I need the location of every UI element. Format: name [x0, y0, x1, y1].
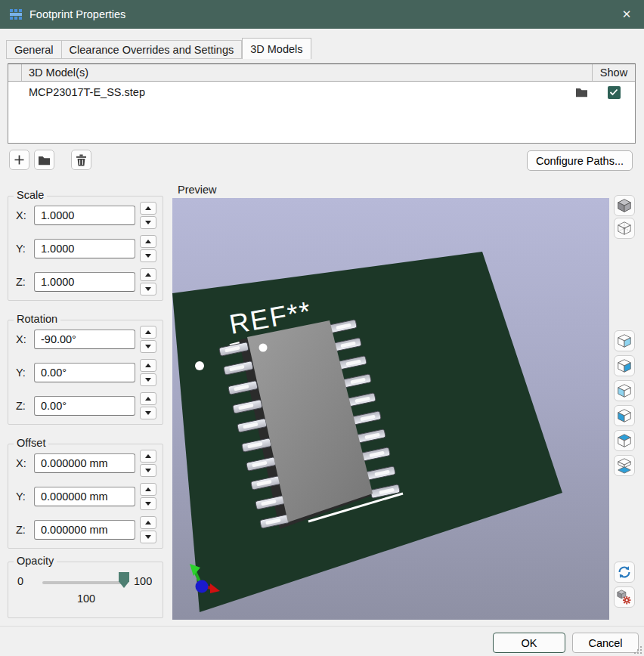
scale-x-input[interactable]: [34, 206, 135, 225]
spin-down-button[interactable]: [140, 464, 156, 477]
rotation-group: Rotation X: Y: Z:: [8, 320, 163, 425]
spin-down-button[interactable]: [140, 531, 156, 543]
tab-3d-models[interactable]: 3D Models: [242, 38, 311, 59]
scale-y-spinner: [140, 235, 156, 262]
view-left-icon: [616, 407, 633, 424]
spin-down-button[interactable]: [140, 373, 156, 386]
resize-grip[interactable]: [633, 645, 642, 654]
window-title: Footprint Properties: [29, 8, 125, 20]
scale-z-label: Z:: [16, 276, 26, 288]
offset-z-label: Z:: [16, 524, 26, 536]
offset-legend: Offset: [14, 437, 48, 449]
add-model-from-file-button[interactable]: [34, 150, 54, 170]
rotation-z-input[interactable]: [34, 396, 135, 416]
spin-down-button[interactable]: [140, 283, 156, 296]
spin-up-button[interactable]: [140, 202, 156, 215]
scale-y-input[interactable]: [34, 239, 135, 258]
render-settings-icon: [616, 589, 633, 605]
spin-up-button[interactable]: [140, 483, 156, 496]
show-model-solid-button[interactable]: [614, 195, 635, 216]
view-front-icon: [616, 457, 633, 474]
show-bounding-box-button[interactable]: [614, 218, 635, 239]
rotation-y-label: Y:: [16, 367, 26, 379]
show-checkbox[interactable]: [608, 86, 621, 99]
spin-down-button[interactable]: [140, 216, 156, 229]
offset-group: Offset X: Y: Z:: [8, 444, 163, 549]
3d-preview-canvas[interactable]: REF**: [172, 198, 609, 620]
spin-up-button[interactable]: [140, 326, 156, 339]
offset-y-input[interactable]: [34, 487, 135, 506]
scale-z-spinner: [140, 268, 156, 296]
ok-button[interactable]: OK: [493, 633, 565, 653]
opacity-legend: Opacity: [14, 555, 57, 567]
configure-paths-button[interactable]: Configure Paths...: [527, 150, 633, 171]
spin-down-button[interactable]: [140, 249, 156, 262]
offset-y-label: Y:: [16, 490, 26, 503]
bottom-separator: [0, 626, 644, 627]
trash-icon: [76, 154, 87, 166]
add-model-icon: [14, 154, 25, 166]
row-header-stub: [8, 64, 22, 81]
footprint-app-icon: [9, 8, 23, 21]
rotation-z-spinner: [140, 392, 156, 419]
view-right-icon: [616, 382, 633, 399]
rotation-legend: Rotation: [14, 313, 60, 325]
table-row[interactable]: MCP23017T-E_SS.step: [8, 82, 635, 102]
spin-up-button[interactable]: [140, 235, 156, 248]
view-back-button[interactable]: [614, 330, 635, 351]
view-bottom-button[interactable]: [614, 355, 635, 376]
add-model-button[interactable]: [9, 150, 29, 170]
spin-up-button[interactable]: [140, 268, 156, 281]
offset-x-spinner: [140, 450, 156, 477]
scale-group: Scale X: Y: Z:: [8, 196, 163, 301]
model-filename-cell[interactable]: MCP23017T-E_SS.step: [22, 86, 570, 98]
3d-models-table: 3D Model(s) Show MCP23017T-E_SS.step: [8, 63, 636, 144]
table-header: 3D Model(s) Show: [8, 64, 635, 82]
scale-x-spinner: [140, 202, 156, 229]
column-header-show: Show: [593, 64, 635, 81]
tab-general[interactable]: General: [6, 40, 62, 59]
cancel-button[interactable]: Cancel: [572, 633, 639, 653]
spin-down-button[interactable]: [140, 340, 156, 353]
column-header-model: 3D Model(s): [22, 64, 593, 81]
tab-clearance-overrides[interactable]: Clearance Overrides and Settings: [62, 40, 243, 59]
opacity-slider-track[interactable]: [42, 581, 127, 584]
view-right-button[interactable]: [614, 380, 635, 401]
cube-solid-icon: [616, 197, 633, 214]
scale-z-input[interactable]: [34, 272, 135, 292]
preview-label: Preview: [178, 184, 217, 196]
reload-model-button[interactable]: [614, 562, 635, 583]
check-icon: [609, 88, 618, 96]
rotation-y-input[interactable]: [34, 363, 135, 382]
title-bar: Footprint Properties ✕: [0, 0, 644, 29]
spin-up-button[interactable]: [140, 516, 156, 529]
opacity-min-label: 0: [17, 575, 23, 587]
spin-up-button[interactable]: [140, 450, 156, 463]
view-top-button[interactable]: [614, 430, 635, 451]
view-left-button[interactable]: [614, 405, 635, 426]
opacity-slider-handle[interactable]: [119, 572, 129, 588]
render-settings-button[interactable]: [614, 586, 635, 608]
view-front-button[interactable]: [614, 455, 635, 476]
offset-z-input[interactable]: [34, 520, 135, 540]
chip-pin1-dot: [259, 344, 268, 352]
refresh-view-icon: [616, 564, 633, 580]
view-top-icon: [616, 432, 633, 449]
rotation-x-input[interactable]: [34, 330, 135, 349]
spin-down-button[interactable]: [140, 407, 156, 419]
close-button[interactable]: ✕: [609, 0, 644, 29]
silkscreen-dot: [195, 361, 204, 370]
spin-down-button[interactable]: [140, 497, 156, 510]
spin-up-button[interactable]: [140, 359, 156, 372]
tab-bar: General Clearance Overrides and Settings…: [6, 38, 311, 59]
cube-wireframe-icon: [616, 220, 633, 237]
delete-model-button[interactable]: [71, 150, 91, 170]
rotation-x-label: X:: [16, 333, 26, 345]
folder-icon[interactable]: [575, 87, 588, 97]
offset-x-input[interactable]: [34, 453, 135, 473]
spin-up-button[interactable]: [140, 392, 156, 405]
rotation-z-label: Z:: [16, 400, 26, 412]
rotation-x-spinner: [140, 326, 156, 353]
opacity-max-label: 100: [134, 575, 152, 587]
scale-y-label: Y:: [16, 243, 26, 255]
